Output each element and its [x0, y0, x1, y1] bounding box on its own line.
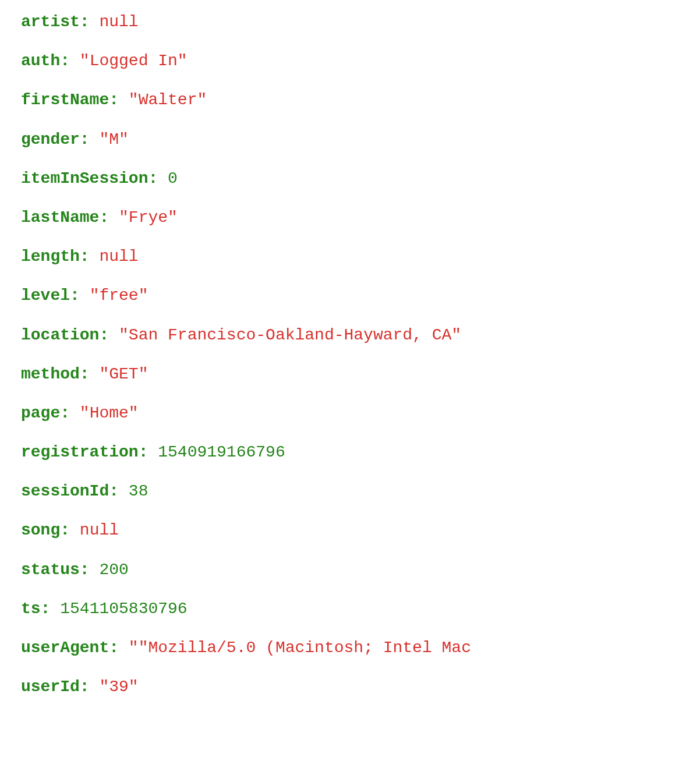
field-value: "Walter" [129, 91, 207, 109]
field-value: 1541105830796 [60, 600, 187, 618]
field-key: userAgent [21, 639, 109, 657]
field-row: ts: 1541105830796 [21, 597, 679, 620]
field-key: status [21, 561, 80, 579]
field-value: "free" [90, 286, 149, 305]
colon: : [80, 678, 100, 696]
colon: : [99, 326, 119, 344]
field-value: "39" [99, 678, 138, 696]
field-row: lastName: "Frye" [21, 206, 679, 229]
colon: : [109, 639, 129, 657]
colon: : [109, 482, 129, 500]
field-key: auth [21, 52, 60, 70]
field-key: sessionId [21, 482, 109, 500]
field-row: method: "GET" [21, 363, 679, 385]
field-value: null [99, 247, 138, 266]
field-row: sessionId: 38 [21, 480, 679, 502]
colon: : [60, 52, 80, 70]
field-value: 0 [168, 169, 178, 187]
field-key: location [21, 326, 99, 344]
field-row: page: "Home" [21, 402, 679, 424]
field-key: length [21, 247, 80, 266]
colon: : [60, 521, 80, 539]
field-row: location: "San Francisco-Oakland-Hayward… [21, 324, 679, 346]
colon: : [60, 404, 80, 422]
field-value: "Frye" [119, 208, 178, 226]
field-value: "San Francisco-Oakland-Hayward, CA" [119, 326, 461, 344]
field-key: registration [21, 443, 139, 461]
colon: : [148, 169, 168, 187]
field-key: page [21, 404, 60, 422]
field-value: 200 [99, 561, 128, 579]
field-row: status: 200 [21, 558, 679, 581]
field-key: itemInSession [21, 169, 148, 187]
colon: : [99, 208, 119, 226]
colon: : [70, 286, 90, 305]
field-value: "Logged In" [80, 52, 188, 70]
field-value: null [99, 13, 138, 31]
field-row: userAgent: ""Mozilla/5.0 (Macintosh; Int… [21, 636, 679, 659]
field-key: method [21, 365, 80, 383]
field-row: length: null [21, 245, 679, 268]
field-value: "Home" [80, 404, 139, 422]
colon: : [80, 247, 100, 266]
field-key: ts [21, 600, 41, 618]
field-key: song [21, 521, 60, 539]
colon: : [80, 561, 100, 579]
field-value: ""Mozilla/5.0 (Macintosh; Intel Mac [129, 639, 471, 657]
field-row: song: null [21, 519, 679, 541]
colon: : [139, 443, 158, 461]
field-key: firstName [21, 91, 109, 109]
field-key: gender [21, 130, 80, 148]
field-row: userId: "39" [21, 675, 679, 698]
field-row: registration: 1540919166796 [21, 441, 679, 463]
field-key: userId [21, 678, 80, 696]
field-row: level: "free" [21, 284, 679, 307]
field-value: "M" [99, 130, 128, 148]
colon: : [80, 365, 100, 383]
colon: : [80, 13, 100, 31]
field-row: auth: "Logged In" [21, 49, 679, 72]
field-row: artist: null [21, 10, 679, 33]
field-value: "GET" [99, 365, 148, 383]
colon: : [109, 91, 129, 109]
field-key: level [21, 286, 70, 305]
colon: : [41, 600, 61, 618]
json-record: artist: null auth: "Logged In" firstName… [0, 0, 700, 725]
field-value: 1540919166796 [158, 443, 285, 461]
field-row: gender: "M" [21, 128, 679, 151]
field-key: artist [21, 13, 80, 31]
field-value: null [80, 521, 119, 539]
field-value: 38 [129, 482, 149, 500]
field-key: lastName [21, 208, 99, 226]
colon: : [80, 130, 100, 148]
field-row: firstName: "Walter" [21, 89, 679, 111]
field-row: itemInSession: 0 [21, 167, 679, 190]
